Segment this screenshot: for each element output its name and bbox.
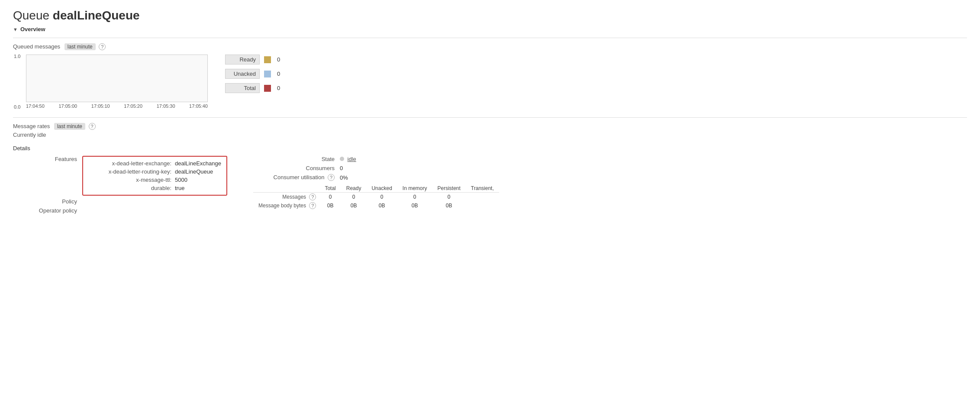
- feature-dead-letter-exchange: x-dead-letter-exchange: dealLineExchange: [88, 160, 221, 167]
- feature-dead-letter-routing-key: x-dead-letter-routing-key: dealLineQueue: [88, 168, 221, 175]
- legend-total: Total 0: [225, 83, 280, 93]
- details-section: Details Features x-dead-letter-exchange:…: [13, 145, 967, 216]
- consumer-utilisation-key: Consumer utilisation ?: [253, 174, 340, 181]
- total-label: Total: [225, 83, 260, 93]
- overview-label: Overview: [20, 26, 45, 32]
- ready-value: 0: [277, 56, 280, 63]
- msg-bytes-unacked: 0B: [366, 201, 397, 210]
- overview-collapse-arrow: ▼: [13, 27, 18, 32]
- queued-messages-help[interactable]: ?: [99, 43, 106, 50]
- details-left: Features x-dead-letter-exchange: dealLin…: [13, 156, 227, 216]
- unacked-label: Unacked: [225, 69, 260, 79]
- message-body-bytes-help[interactable]: ?: [309, 202, 316, 209]
- col-total: Total: [319, 184, 341, 193]
- unacked-value: 0: [277, 71, 280, 77]
- details-right: State idle Consumers 0 Consumer utilisat…: [253, 156, 499, 216]
- consumers-value: 0: [340, 165, 343, 171]
- feature-durable: durable: true: [88, 185, 221, 191]
- col-transient: Transient,: [466, 184, 499, 193]
- queued-messages-chart: [26, 55, 208, 102]
- operator-policy-key: Operator policy: [13, 207, 82, 214]
- details-grid: Features x-dead-letter-exchange: dealLin…: [13, 156, 967, 216]
- state-row: State idle: [253, 156, 499, 162]
- legend-unacked: Unacked 0: [225, 69, 280, 79]
- message-rates-header: Message rates last minute ?: [13, 123, 967, 130]
- details-title: Details: [13, 145, 967, 151]
- table-row-messages: Messages ? 0 0 0 0 0: [253, 193, 499, 202]
- messages-table-container: Total Ready Unacked In memory Persistent…: [253, 184, 499, 210]
- unacked-color: [264, 71, 271, 77]
- chart-y-top: 1.0: [14, 54, 20, 59]
- col-empty: [253, 184, 319, 193]
- queued-messages-legend: Ready 0 Unacked 0 Total 0: [225, 55, 280, 93]
- total-value: 0: [277, 85, 280, 91]
- time-range-badge[interactable]: last minute: [64, 43, 96, 50]
- currently-idle: Currently idle: [13, 132, 967, 138]
- messages-unacked: 0: [366, 193, 397, 202]
- table-row-message-body-bytes: Message body bytes ? 0B 0B 0B 0B 0B: [253, 201, 499, 210]
- consumers-row: Consumers 0: [253, 165, 499, 171]
- messages-table-header-row: Total Ready Unacked In memory Persistent…: [253, 184, 499, 193]
- messages-ready: 0: [341, 193, 367, 202]
- consumer-utilisation-value: 0%: [340, 174, 348, 181]
- queued-messages-section: Queued messages last minute ? 1.0 0.0 17…: [13, 43, 967, 109]
- msg-bytes-transient: [466, 201, 499, 210]
- policy-key: Policy: [13, 198, 82, 205]
- state-value: idle: [340, 156, 356, 162]
- features-box: x-dead-letter-exchange: dealLineExchange…: [82, 156, 227, 196]
- total-color: [264, 85, 271, 92]
- msg-bytes-in-memory: 0B: [397, 201, 432, 210]
- messages-in-memory: 0: [397, 193, 432, 202]
- features-row: Features x-dead-letter-exchange: dealLin…: [13, 156, 227, 196]
- queued-messages-header: Queued messages last minute ?: [13, 43, 967, 50]
- ready-color: [264, 56, 271, 63]
- messages-table: Total Ready Unacked In memory Persistent…: [253, 184, 499, 210]
- messages-row-label: Messages ?: [253, 193, 319, 202]
- policy-row: Policy: [13, 198, 227, 205]
- msg-bytes-persistent: 0B: [432, 201, 466, 210]
- feature-message-ttl: x-message-ttl: 5000: [88, 177, 221, 183]
- divider-2: [13, 117, 967, 118]
- msg-bytes-ready: 0B: [341, 201, 367, 210]
- state-dot: [340, 157, 344, 161]
- overview-section-header[interactable]: ▼ Overview: [13, 26, 967, 32]
- messages-transient: [466, 193, 499, 202]
- messages-total: 0: [319, 193, 341, 202]
- col-persistent: Persistent: [432, 184, 466, 193]
- page-title: Queue dealLineQueue: [13, 9, 967, 23]
- messages-help[interactable]: ?: [309, 193, 316, 200]
- col-ready: Ready: [341, 184, 367, 193]
- consumers-key: Consumers: [253, 165, 340, 171]
- col-in-memory: In memory: [397, 184, 432, 193]
- message-body-bytes-label: Message body bytes ?: [253, 201, 319, 210]
- message-rates-section: Message rates last minute ? Currently id…: [13, 123, 967, 138]
- message-rates-badge[interactable]: last minute: [54, 123, 85, 130]
- queued-messages-chart-wrap: 1.0 0.0 17:04:50 17:05:00 17:05:10 17:05…: [26, 55, 208, 109]
- messages-persistent: 0: [432, 193, 466, 202]
- state-key: State: [253, 156, 340, 162]
- consumer-utilisation-help[interactable]: ?: [328, 174, 335, 181]
- chart-x-labels: 17:04:50 17:05:00 17:05:10 17:05:20 17:0…: [26, 103, 208, 109]
- divider-1: [13, 38, 967, 38]
- ready-label: Ready: [225, 55, 260, 64]
- chart-y-bottom: 0.0: [14, 104, 20, 110]
- msg-bytes-total: 0B: [319, 201, 341, 210]
- consumer-utilisation-row: Consumer utilisation ? 0%: [253, 174, 499, 181]
- message-rates-help[interactable]: ?: [89, 123, 96, 130]
- operator-policy-row: Operator policy: [13, 207, 227, 214]
- state-text: idle: [348, 156, 356, 162]
- legend-ready: Ready 0: [225, 55, 280, 64]
- col-unacked: Unacked: [366, 184, 397, 193]
- features-key: Features: [13, 156, 82, 162]
